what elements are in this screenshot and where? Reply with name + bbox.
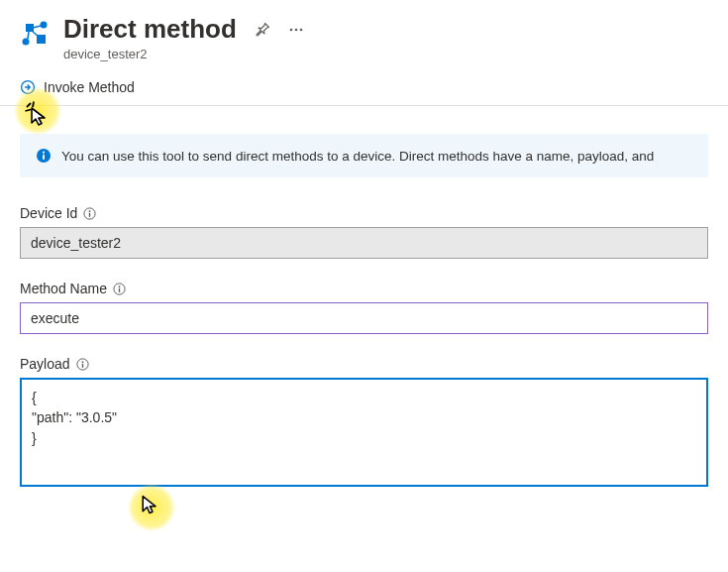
more-icon[interactable] bbox=[288, 22, 304, 38]
payload-label: Payload bbox=[20, 356, 70, 372]
svg-point-7 bbox=[300, 28, 303, 31]
pin-icon[interactable] bbox=[255, 22, 270, 38]
svg-point-0 bbox=[41, 22, 48, 29]
method-name-label: Method Name bbox=[20, 281, 107, 296]
svg-point-13 bbox=[89, 210, 91, 212]
info-icon bbox=[36, 148, 52, 164]
device-id-input bbox=[20, 227, 708, 259]
svg-line-4 bbox=[33, 32, 38, 36]
help-icon[interactable] bbox=[113, 283, 126, 295]
page-title: Direct method bbox=[63, 14, 237, 45]
help-icon[interactable] bbox=[83, 207, 96, 220]
info-text: You can use this tool to send direct met… bbox=[61, 149, 654, 164]
svg-point-6 bbox=[295, 28, 298, 31]
svg-rect-14 bbox=[89, 212, 90, 216]
help-icon[interactable] bbox=[76, 358, 89, 371]
invoke-method-button[interactable]: Invoke Method bbox=[20, 79, 135, 95]
invoke-method-label: Invoke Method bbox=[44, 79, 135, 95]
svg-point-16 bbox=[119, 286, 121, 287]
breadcrumb-subtitle: device_tester2 bbox=[63, 47, 304, 61]
svg-line-2 bbox=[33, 26, 41, 28]
device-id-label: Device Id bbox=[20, 205, 77, 221]
info-banner: You can use this tool to send direct met… bbox=[20, 134, 708, 177]
svg-line-3 bbox=[28, 32, 29, 39]
svg-point-19 bbox=[81, 361, 83, 363]
svg-point-10 bbox=[43, 152, 45, 154]
svg-point-1 bbox=[23, 39, 30, 46]
invoke-arrow-icon bbox=[20, 79, 36, 95]
svg-rect-11 bbox=[43, 155, 45, 160]
svg-rect-20 bbox=[81, 363, 82, 367]
payload-textarea[interactable] bbox=[20, 378, 708, 487]
method-name-input[interactable] bbox=[20, 302, 708, 334]
svg-point-5 bbox=[290, 28, 293, 31]
iot-device-icon bbox=[20, 18, 50, 48]
svg-rect-17 bbox=[119, 287, 120, 291]
